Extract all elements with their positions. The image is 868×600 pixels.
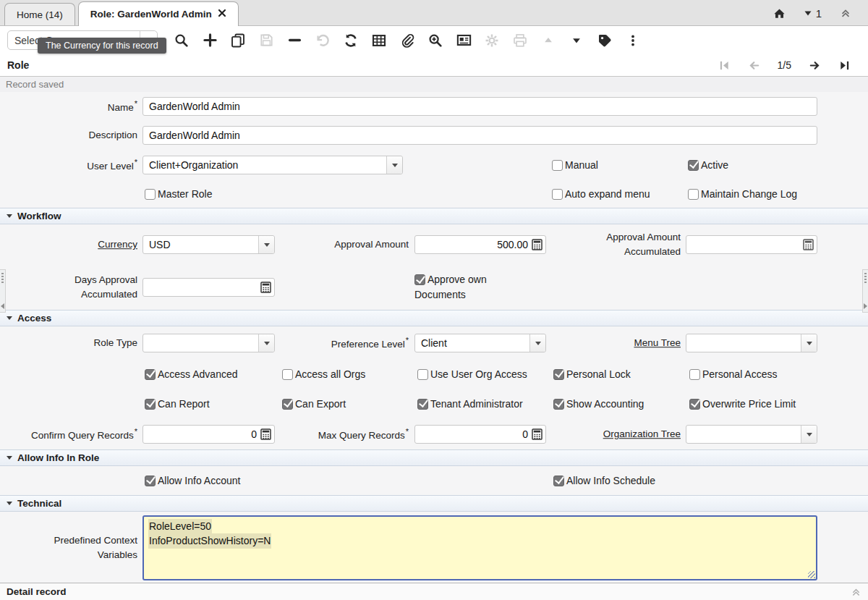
attachment-icon[interactable] (399, 33, 415, 48)
days-approval-accumulated-label: Days Approval (0, 273, 137, 287)
tab-role-label: Role: GardenWorld Admin (90, 9, 212, 20)
calculator-icon[interactable] (260, 280, 272, 295)
overwrite-price-limit-checkbox[interactable]: Overwrite Price Limit (689, 398, 796, 410)
confirm-query-records-label: Confirm Query Records (31, 429, 137, 440)
currency-combobox[interactable]: USD (142, 235, 275, 254)
checkbox-icon (282, 399, 293, 410)
close-tab-icon[interactable] (218, 9, 226, 20)
expand-icon[interactable] (569, 33, 584, 48)
last-record-icon[interactable] (838, 59, 851, 72)
checkbox-icon (552, 160, 563, 171)
delete-record-icon[interactable] (286, 33, 302, 48)
allow-info-schedule-checkbox[interactable]: Allow Info Schedule (553, 475, 655, 486)
allow-info-account-checkbox[interactable]: Allow Info Account (145, 475, 240, 486)
max-query-records-input[interactable]: 0 (414, 425, 546, 444)
section-header-allow-info[interactable]: Allow Info In Role (0, 449, 868, 466)
user-level-combobox[interactable]: Client+Organization (142, 156, 403, 174)
collapse-east-icon[interactable] (864, 303, 867, 309)
tab-home[interactable]: Home (14) (4, 3, 75, 25)
textarea-line: RoleLevel=50 (148, 519, 212, 533)
splitter-grip[interactable] (864, 273, 867, 283)
approval-amount-input[interactable]: 500.00 (414, 235, 546, 254)
expand-detail-icon[interactable] (851, 586, 861, 597)
chevron-down-icon (392, 164, 398, 167)
toggle-grid-icon[interactable] (371, 33, 387, 48)
report-icon[interactable] (456, 33, 472, 48)
resize-handle[interactable] (808, 571, 815, 578)
process-gear-icon[interactable] (484, 33, 500, 48)
collapse-west-icon[interactable] (1, 303, 4, 309)
master-role-checkbox[interactable]: Master Role (145, 188, 212, 200)
maintain-change-log-checkbox[interactable]: Maintain Change Log (688, 188, 797, 200)
tab-role-active[interactable]: Role: GardenWorld Admin (78, 1, 239, 26)
tenant-administrator-checkbox[interactable]: Tenant Administrator (417, 398, 523, 410)
first-record-icon[interactable] (718, 59, 731, 72)
menu-tree-combobox[interactable] (686, 334, 817, 352)
approval-amount-accumulated-label: Approval Amount (541, 230, 681, 245)
can-report-checkbox[interactable]: Can Report (145, 398, 210, 410)
find-record-icon[interactable] (174, 33, 190, 48)
section-header-workflow[interactable]: Workflow (0, 208, 868, 224)
label-tag-icon[interactable] (597, 33, 613, 48)
menu-tree-label-link[interactable]: Menu Tree (634, 337, 681, 348)
section-header-access[interactable]: Access (0, 310, 868, 326)
approval-amount-accumulated-input[interactable] (686, 235, 817, 254)
checkbox-icon (553, 369, 564, 380)
splitter-grip[interactable] (1, 273, 4, 283)
use-user-org-access-checkbox[interactable]: Use User Org Access (417, 368, 527, 380)
record-position: 1/5 (778, 59, 791, 71)
calculator-icon[interactable] (802, 237, 814, 252)
access-all-orgs-checkbox[interactable]: Access all Orgs (282, 368, 365, 380)
tab-home-label: Home (14) (17, 9, 63, 20)
collapse-header-icon[interactable] (838, 5, 854, 21)
window-record-indicator[interactable]: 1 (804, 7, 822, 20)
can-export-checkbox[interactable]: Can Export (282, 398, 346, 410)
confirm-query-records-input[interactable]: 0 (142, 425, 275, 444)
copy-record-icon[interactable] (230, 33, 246, 48)
days-approval-accumulated-input[interactable] (142, 278, 275, 297)
organization-tree-label-link[interactable]: Organization Tree (603, 428, 681, 439)
checkbox-icon (145, 399, 156, 410)
previous-record-icon[interactable] (748, 59, 760, 72)
save-icon[interactable] (258, 33, 274, 48)
east-panel-splitter[interactable] (862, 269, 868, 313)
personal-lock-checkbox[interactable]: Personal Lock (553, 368, 631, 380)
next-record-icon[interactable] (809, 59, 821, 72)
row-access-checkboxes-2: Can Report Can Export Tenant Administrat… (0, 389, 868, 419)
refresh-icon[interactable] (343, 33, 359, 48)
predefined-context-variables-textarea[interactable]: RoleLevel=50 InfoProductShowHistory=N (142, 515, 817, 580)
approve-own-documents-checkbox[interactable]: Approve own Documents (414, 272, 487, 303)
personal-access-checkbox[interactable]: Personal Access (689, 368, 778, 380)
section-header-technical[interactable]: Technical (0, 495, 868, 512)
section-title: Workflow (17, 211, 61, 221)
currency-label-link[interactable]: Currency (98, 239, 137, 250)
print-icon[interactable] (512, 33, 528, 48)
row-predefined-context: Predefined Context Variables RoleLevel=5… (0, 512, 868, 583)
description-input[interactable]: GardenWorld Admin (142, 126, 817, 145)
more-options-icon[interactable] (625, 33, 641, 48)
show-accounting-checkbox[interactable]: Show Accounting (553, 398, 644, 410)
undo-icon[interactable] (315, 33, 331, 48)
calculator-icon[interactable] (260, 427, 272, 441)
checkbox-icon (689, 369, 700, 380)
home-icon[interactable] (772, 5, 788, 21)
preference-level-combobox[interactable]: Client (414, 334, 546, 352)
auto-expand-menu-checkbox[interactable]: Auto expand menu (552, 188, 650, 200)
menu-tree-dropdown-button[interactable] (801, 334, 817, 352)
organization-tree-combobox[interactable] (686, 425, 817, 444)
role-type-dropdown-button[interactable] (258, 334, 274, 352)
zoom-across-icon[interactable] (427, 33, 443, 48)
currency-dropdown-button[interactable] (258, 236, 274, 253)
organization-tree-dropdown-button[interactable] (801, 426, 817, 443)
west-panel-splitter[interactable] (0, 269, 6, 313)
new-record-icon[interactable] (202, 33, 218, 48)
name-input[interactable]: GardenWorld Admin (142, 97, 817, 116)
detail-record-bar[interactable]: Detail record (0, 583, 868, 600)
role-type-combobox[interactable] (142, 334, 275, 352)
collapse-icon[interactable] (540, 33, 556, 48)
manual-checkbox[interactable]: Manual (552, 159, 598, 171)
active-checkbox[interactable]: Active (688, 159, 728, 171)
chevron-down-icon (807, 433, 812, 436)
user-level-dropdown-button[interactable] (386, 156, 402, 174)
access-advanced-checkbox[interactable]: Access Advanced (145, 368, 238, 380)
